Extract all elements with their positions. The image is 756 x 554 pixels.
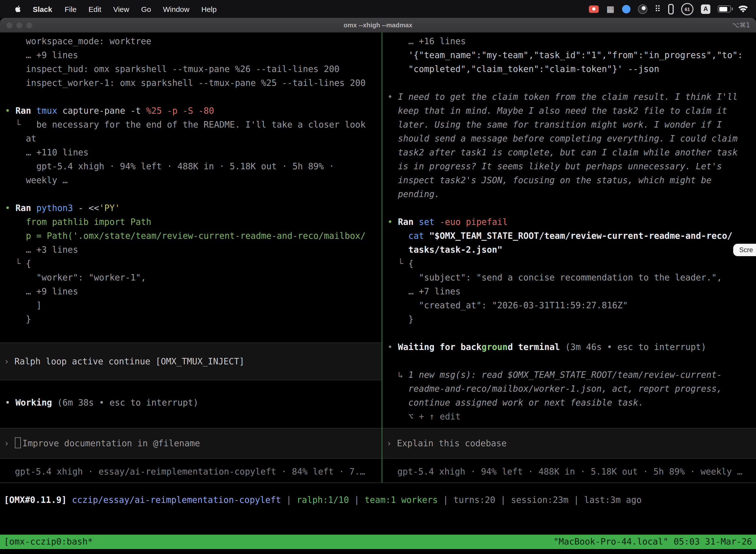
terminal-line: gpt-5.4 xhigh · 94% left · 488K in · 5.1… <box>5 159 381 173</box>
text-segment: | <box>349 495 365 505</box>
macos-menu-bar: Slack File Edit View Go Window Help ▦ ⠿ … <box>0 0 756 18</box>
terminal-line: is in progress? It seems likely but perh… <box>387 159 756 173</box>
wifi-icon[interactable] <box>738 5 748 13</box>
terminal-line: "created_at": "2026-03-31T11:59:27.816Z" <box>387 298 756 312</box>
menu-bar-status-icons: ▦ ⠿ 61 A <box>589 3 756 15</box>
pane-divider[interactable] <box>381 32 382 483</box>
text-segment: tmux <box>36 106 57 116</box>
terminal-line: "completed","claim_token":"claim-token"}… <box>387 62 756 76</box>
terminal-line: "subject": "send a concise recommendatio… <box>387 271 756 284</box>
text-segment: { <box>26 259 31 269</box>
text-segment: Ran <box>15 106 36 116</box>
zoom-button[interactable] <box>26 22 32 28</box>
text-segment: › <box>386 438 397 448</box>
terminal-line: … +3 lines <box>5 243 381 257</box>
text-segment: • <box>387 217 398 227</box>
text-segment: python3 <box>36 203 73 213</box>
menu-help[interactable]: Help <box>195 5 223 13</box>
terminal-line: task2 after task1 is complete, but can I… <box>387 146 756 159</box>
traffic-lights <box>6 18 32 32</box>
text-segment: from pathlib import Path <box>5 217 151 227</box>
terminal-line: readme-and-reco/mailbox/worker-1.json, a… <box>387 382 756 396</box>
grid-icon[interactable]: ▦ <box>607 5 614 13</box>
close-button[interactable] <box>6 22 12 28</box>
dots-icon[interactable]: ⠿ <box>654 5 661 13</box>
menu-app-name[interactable]: Slack <box>26 5 59 13</box>
text-segment: be necessary for the end of the README. … <box>36 120 366 129</box>
terminal-line: weekly … <box>5 173 381 187</box>
terminal-scrollback-right: … +16 lines '{"team_name":"my-team","tas… <box>382 32 756 424</box>
battery-icon[interactable] <box>718 5 731 12</box>
text-segment: › <box>4 356 14 366</box>
text-segment: Improve documentation in @filename <box>22 438 200 448</box>
text-segment <box>435 217 440 227</box>
dark-app-icon[interactable] <box>638 4 647 14</box>
terminal-line: '{"team_name":"my-team","task_id":"1","f… <box>387 48 756 62</box>
text-segment: should send a message before completing … <box>387 133 738 144</box>
terminal-line: • Ran python3 - <<'PY' <box>5 201 381 215</box>
text-segment: - << <box>73 203 99 213</box>
text-segment <box>387 245 408 255</box>
text-segment: task2 after task1 is complete, but can I… <box>387 148 738 157</box>
text-segment: | <box>495 495 511 505</box>
terminal-window: omx --xhigh --madmax ⌥⌘1 workspace_mode:… <box>0 18 756 554</box>
terminal-line: … +7 lines <box>387 284 756 298</box>
minimize-button[interactable] <box>16 22 22 28</box>
text-segment: gpt-5.4 xhigh · 94% left · 488K in · 5.1… <box>397 466 742 477</box>
window-titlebar[interactable]: omx --xhigh --madmax ⌥⌘1 <box>0 18 756 33</box>
terminal-line: cat "$OMX_TEAM_STATE_ROOT/team/review-cu… <box>387 229 756 243</box>
model-status-line-right: gpt-5.4 xhigh · 94% left · 488K in · 5.1… <box>382 465 742 479</box>
terminal-line: continue assigned work or next feasible … <box>387 396 756 409</box>
menu-view[interactable]: View <box>107 5 135 13</box>
terminal-line: • I need to get the claim token from the… <box>387 90 756 104</box>
menu-edit[interactable]: Edit <box>82 5 107 13</box>
terminal-line: p = Path('.omx/state/team/review-current… <box>5 229 381 243</box>
text-segment: last:3m ago <box>584 495 642 505</box>
text-segment: cat <box>408 231 424 241</box>
menu-window[interactable]: Window <box>157 5 195 13</box>
window-shortcut-hint: ⌥⌘1 <box>732 18 750 32</box>
text-segment: %25 -p -S -80 <box>146 106 214 116</box>
key-icon[interactable] <box>668 4 674 14</box>
menu-go[interactable]: Go <box>135 5 157 13</box>
prompt-input-right[interactable]: › Explain this codebase <box>382 428 756 459</box>
prompt-input-left[interactable]: › Improve documentation in @filename <box>0 428 381 459</box>
text-segment: } <box>5 314 31 324</box>
omx-inject-banner[interactable]: › Ralph loop active continue [OMX_TMUX_I… <box>0 342 381 380</box>
text-segment: … +9 lines <box>5 286 78 296</box>
terminal-line: • Ran set -euo pipefail <box>387 215 756 229</box>
terminal-line: keep that in mind. Maybe I also need the… <box>387 104 756 118</box>
battery-fill <box>719 7 728 11</box>
screen-capture-overlay[interactable]: Scre <box>733 244 756 256</box>
text-segment: Working <box>15 398 52 407</box>
tmux-pane-right[interactable]: … +16 lines '{"team_name":"my-team","tas… <box>382 32 756 483</box>
menu-file[interactable]: File <box>59 5 82 13</box>
input-source-icon[interactable]: A <box>701 4 710 14</box>
terminal-line: pending. <box>387 187 756 201</box>
text-segment: (6m 38s • esc to interrupt) <box>52 398 198 407</box>
screen: Slack File Edit View Go Window Help ▦ ⠿ … <box>0 0 756 554</box>
screen-recording-icon[interactable] <box>589 5 599 13</box>
tmux-pane-left[interactable]: workspace_mode: worktree … +9 lines insp… <box>0 32 381 483</box>
terminal-line: … +9 lines <box>5 48 381 62</box>
blue-app-icon[interactable] <box>622 5 630 13</box>
terminal-line: tasks/task-2.json" <box>387 243 756 257</box>
text-segment: … +9 lines <box>5 50 78 60</box>
terminal-line: … +110 lines <box>5 146 381 159</box>
battery-percent-badge[interactable]: 61 <box>681 3 693 15</box>
text-segment: ralph:1/10 <box>297 495 349 505</box>
text-segment: └ <box>5 259 26 269</box>
tmux-session-label: [omx-cczip0:bash* <box>4 535 93 549</box>
text-segment: team:1 workers <box>365 495 438 505</box>
terminal-line: inspect_hud: omx sparkshell --tmux-pane … <box>5 62 381 76</box>
terminal-line: • Ran tmux capture-pane -t %25 -p -S -80 <box>5 104 381 118</box>
terminal-line: inspect_worker-1: omx sparkshell --tmux-… <box>5 76 381 90</box>
text-segment: ⌥ + ↑ edit <box>387 411 460 422</box>
working-status-line: • Working (6m 38s • esc to interrupt) <box>0 396 198 409</box>
text-segment: … +110 lines <box>5 148 88 157</box>
terminal-line: • Waiting for background terminal (3m 46… <box>387 340 756 354</box>
apple-menu-icon[interactable] <box>9 4 26 13</box>
terminal-line: ] <box>5 298 381 312</box>
text-segment: gpt-5.4 xhigh · 94% left · 488K in · 5.1… <box>5 161 334 171</box>
text-segment: • <box>387 342 398 352</box>
